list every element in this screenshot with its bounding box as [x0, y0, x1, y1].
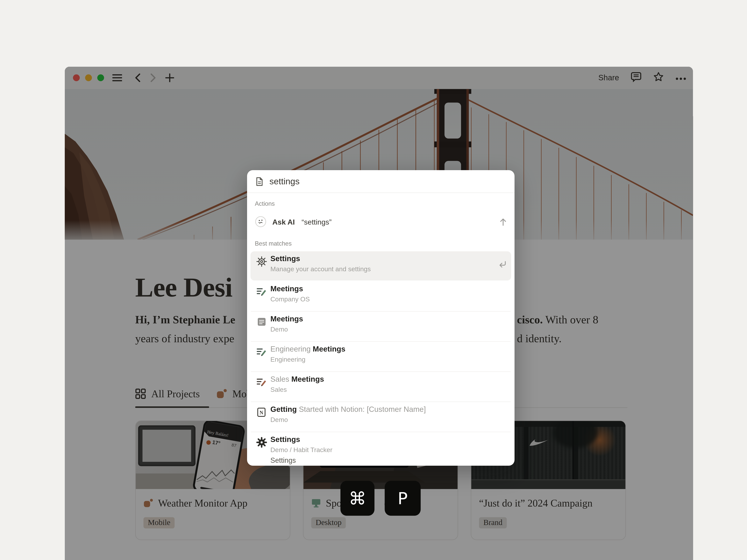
result-engineering-meetings[interactable]: Engineering Meetings Engineering — [247, 341, 515, 371]
result-settings[interactable]: Settings Manage your account and setting… — [247, 251, 515, 281]
meeting-notes-icon — [256, 347, 267, 357]
result-meetings-demo[interactable]: Meetings Demo — [247, 311, 515, 341]
screen: Share — [0, 0, 747, 560]
note-card-icon — [256, 317, 267, 327]
best-matches-section-label: Best matches — [255, 240, 291, 247]
search-input-row[interactable] — [247, 170, 515, 192]
result-getting-started[interactable]: N Getting Started with Notion: [Customer… — [247, 402, 515, 432]
result-settings-habit-tracker[interactable]: Settings Demo / Habit Tracker Settings — [247, 432, 515, 466]
gear-solid-icon — [256, 437, 267, 448]
page-icon — [255, 177, 264, 186]
ask-ai-action[interactable]: Ask AI “settings” — [247, 212, 515, 231]
meeting-notes-icon — [256, 377, 267, 388]
ask-ai-query: “settings” — [302, 218, 332, 226]
search-dialog: Actions Ask AI “settings” Best matches — [247, 170, 515, 466]
search-input[interactable] — [269, 176, 507, 186]
return-key-icon — [498, 261, 507, 268]
result-sales-meetings[interactable]: Sales Meetings Sales — [247, 371, 515, 402]
svg-text:N: N — [259, 410, 263, 416]
ai-face-icon — [255, 216, 266, 228]
p-keycap: P — [385, 481, 421, 516]
arrow-up-icon — [499, 218, 507, 226]
gear-outline-icon — [256, 256, 267, 267]
meeting-notes-icon — [256, 287, 267, 297]
ask-ai-label: Ask AI — [272, 218, 295, 226]
dialog-divider — [247, 192, 515, 193]
result-meetings-company-os[interactable]: Meetings Company OS — [247, 281, 515, 311]
command-keycap: ⌘ — [340, 481, 375, 516]
actions-section-label: Actions — [255, 200, 275, 207]
clipped-next-result: Settings — [271, 457, 296, 464]
notion-logo-icon: N — [256, 407, 267, 418]
